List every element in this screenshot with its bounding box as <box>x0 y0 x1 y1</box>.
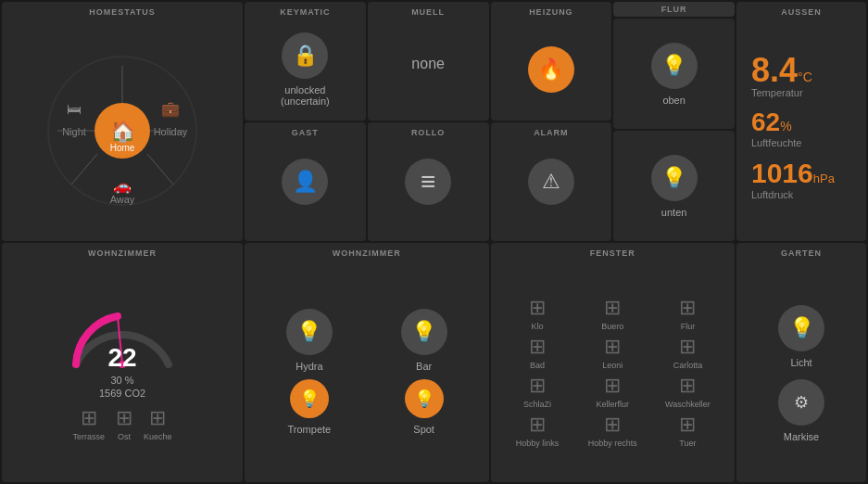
aussen-humidity-label: Luftfeuchte <box>751 137 859 148</box>
keymatic-title: KEYMATIC <box>245 7 366 17</box>
fenster-hobbyrechts: ⊞Hobby rechts <box>577 413 648 448</box>
wohnzimmer-temp-panel: WOHNZIMMER 22 30 % 1569 CO2 ⊞ Terrasse <box>2 243 243 482</box>
fenster-flur: ⊞Flur <box>652 296 723 331</box>
muell-value: none <box>411 56 445 72</box>
keymatic-status: unlocked (uncertain) <box>281 84 330 107</box>
win-ost: ⊞ Ost <box>116 406 132 441</box>
lights-grid: 💡 Hydra 💡 Bar 💡 Trompete 💡 Spot <box>252 305 482 439</box>
aussen-panel: AUSSEN 8.4°C Temperatur 62% Luftfeuchte … <box>736 2 866 241</box>
alarm-icon[interactable]: ⚠ <box>528 159 574 205</box>
wohnzimmer-co2: 1569 CO2 <box>99 388 145 399</box>
muell-title: MUELL <box>368 7 489 17</box>
aussen-temperature: 8.4 <box>751 51 798 89</box>
aussen-pressure-row: 1016hPa <box>751 158 859 189</box>
fenster-title: FENSTER <box>491 248 736 258</box>
flur-unten-icon[interactable]: 💡 <box>651 155 698 201</box>
svg-text:🛏: 🛏 <box>67 101 82 117</box>
aussen-temp-label: Temperatur <box>751 87 859 98</box>
garten-panel: GARTEN 💡 Licht ⚙ Markise <box>736 243 866 482</box>
hydra-icon[interactable]: 💡 <box>286 309 333 355</box>
win-kueche-icon: ⊞ <box>149 406 166 430</box>
win-ost-label: Ost <box>118 432 131 441</box>
alarm-panel: ALARM ⚠ <box>491 122 612 241</box>
svg-line-11 <box>147 154 173 185</box>
flur-panel: FLUR 💡 oben 💡 unten <box>613 2 735 241</box>
temp-value: 22 <box>67 343 178 373</box>
heizung-title: HEIZUNG <box>491 7 612 17</box>
light-trompete: 💡 Trompete <box>256 379 363 435</box>
garten-licht-icon[interactable]: 💡 <box>778 305 824 351</box>
spot-icon[interactable]: 💡 <box>405 379 444 418</box>
homestatus-title: HOMESTATUS <box>2 7 243 17</box>
alarm-title: ALARM <box>491 128 612 137</box>
fenster-tuer: ⊞Tuer <box>652 413 723 448</box>
fenster-leoni: ⊞Leoni <box>577 335 648 370</box>
aussen-pressure-label: Luftdruck <box>751 189 859 200</box>
garten-licht: 💡 Licht <box>778 305 824 368</box>
svg-text:Away: Away <box>110 194 135 205</box>
rollo-panel: ROLLO ≡ <box>368 122 489 241</box>
heizung-icon[interactable]: 🔥 <box>528 46 574 93</box>
gauge-container: 22 <box>67 304 178 373</box>
garten-licht-label: Licht <box>790 357 811 368</box>
flur-unten-label: unten <box>661 207 687 218</box>
trompete-icon[interactable]: 💡 <box>290 379 329 418</box>
hydra-label: Hydra <box>296 361 322 372</box>
garten-markise-icon[interactable]: ⚙ <box>778 379 824 426</box>
garten-title: GARTEN <box>736 248 866 258</box>
svg-text:💼: 💼 <box>161 100 180 118</box>
aussen-pressure: 1016 <box>751 158 813 188</box>
flur-oben: 💡 oben <box>613 19 735 129</box>
gast-panel: GAST 👤 <box>245 122 366 241</box>
wohnzimmer-lights-panel: WOHNZIMMER 💡 Hydra 💡 Bar 💡 Trompete 💡 Sp… <box>245 243 489 482</box>
fenster-schlazi: ⊞SchlaZi <box>502 374 573 409</box>
keymatic-panel: KEYMATIC 🔒 unlocked (uncertain) <box>245 2 366 121</box>
heizung-panel: HEIZUNG 🔥 <box>491 2 612 121</box>
fenster-grid: ⊞Klo ⊞Buero ⊞Flur ⊞Bad ⊞Leoni ⊞Carlotta … <box>498 292 728 452</box>
garten-markise-label: Markise <box>784 431 820 442</box>
light-spot: 💡 Spot <box>371 379 478 435</box>
fenster-panel: FENSTER ⊞Klo ⊞Buero ⊞Flur ⊞Bad ⊞Leoni ⊞C… <box>491 243 736 482</box>
light-hydra: 💡 Hydra <box>256 309 363 372</box>
muell-panel: MUELL none <box>368 2 489 121</box>
wohnzimmer-percent: 30 % <box>110 375 133 386</box>
fenster-hobbylinks: ⊞Hobby links <box>502 413 573 448</box>
fenster-kellerflur: ⊞Kellerflur <box>577 374 648 409</box>
flur-oben-icon[interactable]: 💡 <box>651 43 698 89</box>
win-kueche: ⊞ Kueche <box>144 406 172 441</box>
wohnzimmer-lights-title: WOHNZIMMER <box>245 248 489 258</box>
win-ost-icon: ⊞ <box>116 406 132 430</box>
wohnzimmer-temp-title: WOHNZIMMER <box>2 248 243 258</box>
homestatus-wheel: Night Holiday Away 🛏 💼 🚗 🏠 <box>39 47 206 214</box>
gast-icon[interactable]: 👤 <box>282 159 328 205</box>
win-terrasse-label: Terrasse <box>72 432 105 441</box>
aussen-pressure-unit: hPa <box>813 172 835 185</box>
trompete-label: Trompete <box>288 424 332 435</box>
win-kueche-label: Kueche <box>144 432 172 441</box>
aussen-humidity: 62 <box>751 108 780 136</box>
keymatic-icon[interactable]: 🔒 <box>282 32 328 79</box>
flur-title: FLUR <box>661 5 687 14</box>
svg-text:Night: Night <box>62 126 86 137</box>
svg-text:🚗: 🚗 <box>113 177 132 195</box>
fenster-buero: ⊞Buero <box>577 296 648 331</box>
rollo-icon[interactable]: ≡ <box>405 159 451 205</box>
fenster-bad: ⊞Bad <box>502 335 573 370</box>
svg-text:Home: Home <box>110 143 135 153</box>
bar-icon[interactable]: 💡 <box>401 309 447 355</box>
fenster-klo: ⊞Klo <box>502 296 573 331</box>
wohnzimmer-windows: ⊞ Terrasse ⊞ Ost ⊞ Kueche <box>72 406 171 441</box>
aussen-humidity-unit: % <box>780 119 791 134</box>
fenster-waschkeller: ⊞Waschkeller <box>652 374 723 409</box>
garten-markise: ⚙ Markise <box>778 379 824 442</box>
flur-oben-label: oben <box>662 95 685 106</box>
win-terrasse-icon: ⊞ <box>81 406 97 430</box>
fenster-carlotta: ⊞Carlotta <box>652 335 723 370</box>
win-terrasse: ⊞ Terrasse <box>72 406 105 441</box>
spot-label: Spot <box>413 424 434 435</box>
aussen-temperature-row: 8.4°C <box>751 54 859 87</box>
aussen-humidity-row: 62% <box>751 108 859 137</box>
aussen-title: AUSSEN <box>736 7 866 17</box>
gast-title: GAST <box>245 128 366 137</box>
aussen-temp-unit: °C <box>798 70 812 84</box>
